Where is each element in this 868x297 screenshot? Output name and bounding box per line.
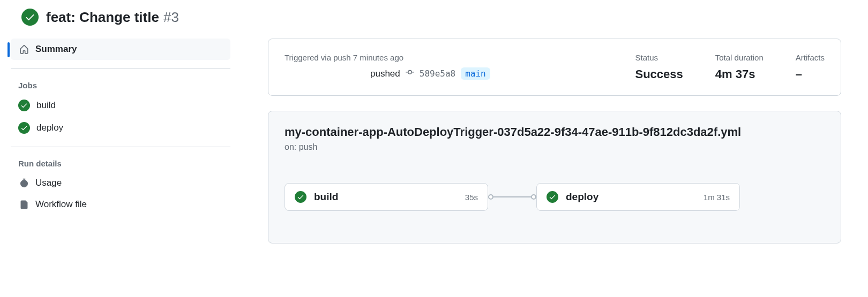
sidebar-item-label: Summary xyxy=(35,44,77,55)
connector-dot xyxy=(488,194,493,200)
branch-tag[interactable]: main xyxy=(461,67,490,80)
sidebar-item-usage[interactable]: Usage xyxy=(11,172,230,194)
job-name: deploy xyxy=(566,191,704,203)
stopwatch-icon xyxy=(18,178,30,188)
page-header: feat: Change title #3 xyxy=(0,0,868,39)
artifacts-label: Artifacts xyxy=(796,53,825,62)
duration-value[interactable]: 4m 37s xyxy=(715,67,764,81)
job-name: build xyxy=(314,191,465,203)
job-card-deploy[interactable]: deploy 1m 31s xyxy=(536,183,740,211)
workflow-filename[interactable]: my-container-app-AutoDeployTrigger-037d5… xyxy=(285,125,825,139)
job-card-build[interactable]: build 35s xyxy=(285,183,488,211)
sidebar-job-label: build xyxy=(36,100,56,111)
sidebar-item-label: Workflow file xyxy=(35,199,87,210)
success-icon xyxy=(21,9,39,26)
workflow-trigger: on: push xyxy=(285,142,825,152)
success-icon xyxy=(18,100,30,111)
success-icon xyxy=(295,191,306,203)
divider xyxy=(11,68,230,69)
connector-line xyxy=(493,196,531,197)
jobs-heading: Jobs xyxy=(11,77,230,94)
workflow-box: my-container-app-AutoDeployTrigger-037d5… xyxy=(268,111,841,243)
status-label: Status xyxy=(635,53,683,62)
run-summary-box: Triggered via push 7 minutes ago pushed … xyxy=(268,39,841,96)
job-graph: build 35s deploy 1m 31s xyxy=(285,183,825,211)
commit-icon xyxy=(406,68,414,79)
success-icon xyxy=(547,191,558,203)
sidebar-job-build[interactable]: build xyxy=(11,94,230,117)
sidebar-item-summary[interactable]: Summary xyxy=(11,39,230,60)
commit-sha[interactable]: 589e5a8 xyxy=(420,68,455,79)
sidebar-item-workflow-file[interactable]: Workflow file xyxy=(11,194,230,215)
pushed-label: pushed xyxy=(370,68,400,79)
sidebar-job-label: deploy xyxy=(36,123,63,133)
run-number: #3 xyxy=(163,9,179,26)
sidebar-job-deploy[interactable]: deploy xyxy=(11,117,230,139)
home-icon xyxy=(18,44,30,54)
graph-connector xyxy=(488,194,536,200)
duration-label: Total duration xyxy=(715,53,764,62)
success-icon xyxy=(18,122,30,134)
connector-dot xyxy=(531,194,536,200)
status-value: Success xyxy=(635,67,683,81)
sidebar: Summary Jobs build deploy Run details Us… xyxy=(11,39,252,243)
job-duration: 35s xyxy=(465,193,478,202)
main-content: Triggered via push 7 minutes ago pushed … xyxy=(252,39,857,243)
job-duration: 1m 31s xyxy=(704,193,730,202)
active-indicator xyxy=(8,42,10,57)
trigger-label: Triggered via push 7 minutes ago xyxy=(285,53,603,62)
run-details-heading: Run details xyxy=(11,155,230,172)
page-title: feat: Change title xyxy=(46,9,159,26)
sidebar-item-label: Usage xyxy=(35,178,62,188)
artifacts-value: – xyxy=(796,67,825,81)
divider xyxy=(11,147,230,147)
file-code-icon xyxy=(18,200,30,209)
